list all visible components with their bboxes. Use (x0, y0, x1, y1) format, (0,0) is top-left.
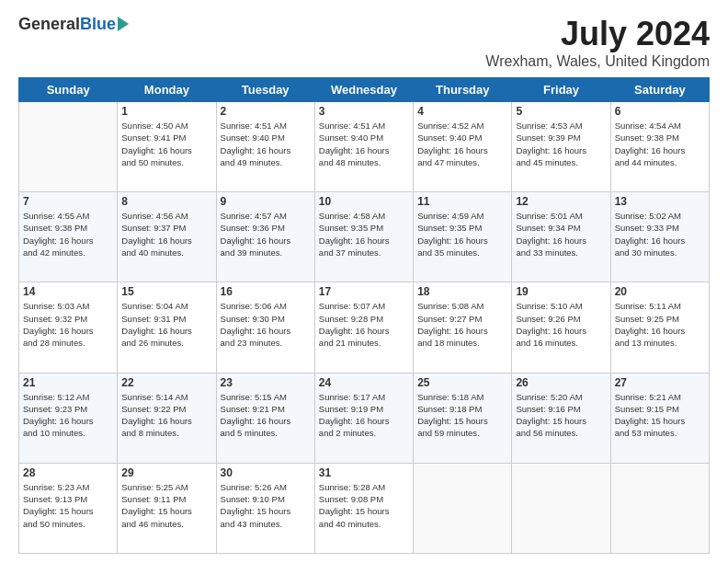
day-number: 3 (319, 105, 409, 118)
day-info: Sunrise: 4:53 AM Sunset: 9:39 PM Dayligh… (516, 120, 606, 168)
day-info: Sunrise: 5:23 AM Sunset: 9:13 PM Dayligh… (23, 481, 113, 530)
day-number: 21 (23, 376, 113, 389)
day-info: Sunrise: 5:14 AM Sunset: 9:22 PM Dayligh… (121, 391, 211, 440)
day-info: Sunrise: 4:54 AM Sunset: 9:38 PM Dayligh… (615, 120, 705, 168)
day-number: 15 (121, 285, 211, 298)
day-info: Sunrise: 4:52 AM Sunset: 9:40 PM Dayligh… (417, 120, 507, 168)
table-row: 6Sunrise: 4:54 AM Sunset: 9:38 PM Daylig… (610, 102, 709, 192)
day-info: Sunrise: 4:51 AM Sunset: 9:40 PM Dayligh… (319, 120, 409, 168)
day-number: 27 (615, 376, 705, 389)
day-info: Sunrise: 5:03 AM Sunset: 9:32 PM Dayligh… (23, 300, 113, 349)
calendar-week-2: 7Sunrise: 4:55 AM Sunset: 9:38 PM Daylig… (19, 192, 710, 282)
title-block: July 2024 Wrexham, Wales, United Kingdom (485, 15, 710, 70)
table-row (610, 463, 709, 553)
table-row: 17Sunrise: 5:07 AM Sunset: 9:28 PM Dayli… (314, 282, 413, 373)
table-row: 22Sunrise: 5:14 AM Sunset: 9:22 PM Dayli… (118, 373, 216, 463)
day-info: Sunrise: 5:21 AM Sunset: 9:15 PM Dayligh… (615, 391, 705, 440)
day-number: 9 (221, 195, 311, 208)
day-info: Sunrise: 4:57 AM Sunset: 9:36 PM Dayligh… (221, 210, 311, 259)
day-info: Sunrise: 5:06 AM Sunset: 9:30 PM Dayligh… (221, 300, 311, 349)
day-info: Sunrise: 5:02 AM Sunset: 9:33 PM Dayligh… (615, 210, 705, 259)
table-row: 25Sunrise: 5:18 AM Sunset: 9:18 PM Dayli… (414, 373, 512, 463)
calendar: Sunday Monday Tuesday Wednesday Thursday… (18, 77, 710, 554)
table-row: 10Sunrise: 4:58 AM Sunset: 9:35 PM Dayli… (314, 192, 413, 282)
table-row: 1Sunrise: 4:50 AM Sunset: 9:41 PM Daylig… (118, 102, 216, 192)
col-tuesday: Tuesday (216, 78, 314, 102)
day-number: 26 (516, 376, 606, 389)
table-row: 16Sunrise: 5:06 AM Sunset: 9:30 PM Dayli… (216, 282, 314, 373)
table-row: 18Sunrise: 5:08 AM Sunset: 9:27 PM Dayli… (414, 282, 512, 373)
day-number: 20 (615, 285, 705, 298)
day-info: Sunrise: 4:59 AM Sunset: 9:35 PM Dayligh… (417, 210, 507, 259)
day-number: 5 (516, 105, 606, 118)
table-row: 28Sunrise: 5:23 AM Sunset: 9:13 PM Dayli… (19, 463, 118, 553)
table-row: 8Sunrise: 4:56 AM Sunset: 9:37 PM Daylig… (118, 192, 216, 282)
day-info: Sunrise: 4:58 AM Sunset: 9:35 PM Dayligh… (319, 210, 409, 259)
calendar-week-1: 1Sunrise: 4:50 AM Sunset: 9:41 PM Daylig… (19, 102, 710, 192)
subtitle: Wrexham, Wales, United Kingdom (485, 53, 710, 70)
day-info: Sunrise: 5:28 AM Sunset: 9:08 PM Dayligh… (319, 481, 409, 530)
day-number: 2 (221, 105, 311, 118)
calendar-week-3: 14Sunrise: 5:03 AM Sunset: 9:32 PM Dayli… (19, 282, 710, 373)
day-number: 19 (516, 285, 606, 298)
day-info: Sunrise: 4:55 AM Sunset: 9:38 PM Dayligh… (23, 210, 113, 259)
day-info: Sunrise: 5:12 AM Sunset: 9:23 PM Dayligh… (23, 391, 113, 440)
col-sunday: Sunday (19, 78, 118, 102)
day-number: 14 (23, 285, 113, 298)
day-number: 17 (319, 285, 409, 298)
header: General Blue July 2024 Wrexham, Wales, U… (18, 15, 710, 70)
table-row: 2Sunrise: 4:51 AM Sunset: 9:40 PM Daylig… (216, 102, 314, 192)
table-row: 12Sunrise: 5:01 AM Sunset: 9:34 PM Dayli… (512, 192, 610, 282)
day-number: 30 (221, 466, 311, 479)
logo: General Blue (18, 15, 129, 34)
day-info: Sunrise: 5:15 AM Sunset: 9:21 PM Dayligh… (221, 391, 311, 440)
table-row: 31Sunrise: 5:28 AM Sunset: 9:08 PM Dayli… (314, 463, 413, 553)
day-number: 16 (221, 285, 311, 298)
table-row: 30Sunrise: 5:26 AM Sunset: 9:10 PM Dayli… (216, 463, 314, 553)
calendar-week-5: 28Sunrise: 5:23 AM Sunset: 9:13 PM Dayli… (19, 463, 710, 553)
table-row: 3Sunrise: 4:51 AM Sunset: 9:40 PM Daylig… (314, 102, 413, 192)
day-number: 1 (121, 105, 211, 118)
logo-text: General Blue (18, 15, 129, 34)
col-monday: Monday (118, 78, 216, 102)
day-number: 24 (319, 376, 409, 389)
day-number: 6 (615, 105, 705, 118)
logo-general: General (18, 15, 80, 34)
day-number: 11 (417, 195, 507, 208)
table-row: 5Sunrise: 4:53 AM Sunset: 9:39 PM Daylig… (512, 102, 610, 192)
day-number: 28 (23, 466, 113, 479)
day-number: 8 (121, 195, 211, 208)
table-row: 26Sunrise: 5:20 AM Sunset: 9:16 PM Dayli… (512, 373, 610, 463)
day-info: Sunrise: 4:51 AM Sunset: 9:40 PM Dayligh… (221, 120, 311, 168)
logo-blue: Blue (80, 15, 116, 34)
table-row: 23Sunrise: 5:15 AM Sunset: 9:21 PM Dayli… (216, 373, 314, 463)
table-row: 14Sunrise: 5:03 AM Sunset: 9:32 PM Dayli… (19, 282, 118, 373)
day-number: 4 (417, 105, 507, 118)
table-row (414, 463, 512, 553)
day-info: Sunrise: 4:50 AM Sunset: 9:41 PM Dayligh… (121, 120, 211, 168)
day-info: Sunrise: 5:20 AM Sunset: 9:16 PM Dayligh… (516, 391, 606, 440)
day-info: Sunrise: 5:26 AM Sunset: 9:10 PM Dayligh… (221, 481, 311, 530)
col-saturday: Saturday (610, 78, 709, 102)
day-number: 18 (417, 285, 507, 298)
table-row: 11Sunrise: 4:59 AM Sunset: 9:35 PM Dayli… (414, 192, 512, 282)
table-row: 13Sunrise: 5:02 AM Sunset: 9:33 PM Dayli… (610, 192, 709, 282)
table-row: 24Sunrise: 5:17 AM Sunset: 9:19 PM Dayli… (314, 373, 413, 463)
table-row: 21Sunrise: 5:12 AM Sunset: 9:23 PM Dayli… (19, 373, 118, 463)
table-row (19, 102, 118, 192)
table-row: 29Sunrise: 5:25 AM Sunset: 9:11 PM Dayli… (118, 463, 216, 553)
day-info: Sunrise: 5:08 AM Sunset: 9:27 PM Dayligh… (417, 300, 507, 349)
day-number: 31 (319, 466, 409, 479)
col-friday: Friday (512, 78, 610, 102)
day-info: Sunrise: 5:07 AM Sunset: 9:28 PM Dayligh… (319, 300, 409, 349)
calendar-header-row: Sunday Monday Tuesday Wednesday Thursday… (19, 78, 710, 102)
day-number: 13 (615, 195, 705, 208)
day-info: Sunrise: 5:11 AM Sunset: 9:25 PM Dayligh… (615, 300, 705, 349)
day-number: 25 (417, 376, 507, 389)
page: General Blue July 2024 Wrexham, Wales, U… (0, 0, 728, 563)
day-number: 10 (319, 195, 409, 208)
day-info: Sunrise: 5:04 AM Sunset: 9:31 PM Dayligh… (121, 300, 211, 349)
table-row: 20Sunrise: 5:11 AM Sunset: 9:25 PM Dayli… (610, 282, 709, 373)
table-row: 27Sunrise: 5:21 AM Sunset: 9:15 PM Dayli… (610, 373, 709, 463)
col-thursday: Thursday (414, 78, 512, 102)
